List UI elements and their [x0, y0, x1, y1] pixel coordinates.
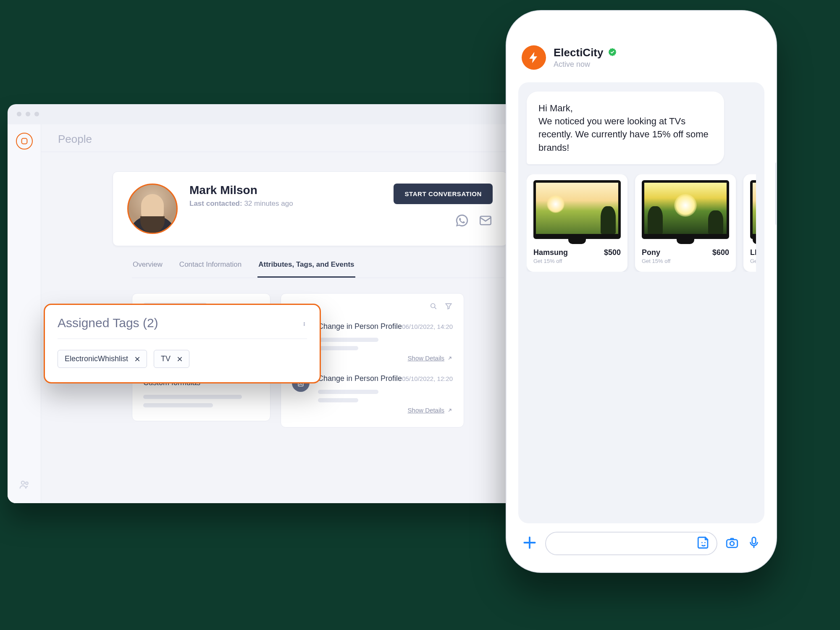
tag-chip[interactable]: TV — [154, 350, 189, 368]
tab-overview[interactable]: Overview — [132, 256, 163, 278]
left-nav-rail — [8, 124, 41, 503]
feed-event-name: Change in Person Profile — [318, 374, 402, 383]
phone-mockup: ElectiCity Active now Hi Mark, We notice… — [506, 10, 777, 573]
tag-chip[interactable]: ElectronicWhishlist — [58, 350, 147, 368]
svg-point-1 — [21, 481, 24, 484]
app-logo-icon[interactable] — [16, 133, 33, 150]
product-name: Pony — [642, 248, 660, 257]
contact-name: Mark Milson — [189, 184, 382, 197]
product-subtext: Get 15% off — [642, 258, 729, 264]
camera-icon[interactable] — [725, 536, 739, 551]
product-card[interactable]: Pony $600 Get 15% off — [635, 174, 736, 272]
start-conversation-button[interactable]: START CONVERSATION — [394, 184, 493, 204]
product-subtext: Get 15% off — [533, 258, 621, 264]
page-title: People — [41, 133, 524, 152]
assigned-tags-card: Assigned Tags (2) ··· ElectronicWhishlis… — [44, 304, 321, 383]
assigned-tags-title: Assigned Tags (2) — [58, 316, 158, 330]
content-area: Mark Milson Last contacted: 32 minutes a… — [41, 152, 524, 444]
svg-rect-0 — [21, 139, 27, 144]
search-icon[interactable] — [429, 302, 438, 312]
svg-point-4 — [431, 304, 435, 308]
brand-status: Active now — [554, 60, 617, 69]
remove-tag-icon[interactable] — [133, 355, 142, 363]
nav-item-placeholder[interactable] — [18, 186, 30, 198]
avatar[interactable] — [127, 184, 178, 234]
tab-attributes-tags-events[interactable]: Attributes, Tags, and Events — [257, 256, 355, 278]
sticker-icon[interactable] — [696, 536, 711, 551]
brand-logo-icon[interactable] — [522, 45, 546, 70]
window-traffic-lights — [17, 112, 39, 116]
product-subtext: Get 1 — [750, 258, 756, 264]
svg-point-10 — [704, 542, 706, 543]
show-details-link[interactable]: Show Details — [318, 407, 453, 414]
tab-contact-information[interactable]: Contact Information — [178, 256, 242, 278]
product-price: $500 — [604, 248, 621, 257]
product-carousel[interactable]: Hamsung $500 Get 15% off Pony $600 Get 1… — [527, 174, 756, 272]
show-details-link[interactable]: Show Details — [318, 354, 453, 362]
nav-item-placeholder[interactable] — [18, 211, 30, 223]
brand-name: ElectiCity — [554, 46, 604, 59]
product-price: $600 — [712, 248, 729, 257]
verified-badge-icon — [608, 47, 617, 58]
chat-header: ElectiCity Active now — [518, 44, 764, 82]
more-menu-icon[interactable]: ··· — [299, 321, 312, 325]
add-attachment-icon[interactable] — [522, 535, 538, 552]
profile-card: Mark Milson Last contacted: 32 minutes a… — [113, 171, 507, 246]
chat-input-bar — [518, 523, 764, 559]
tv-image — [642, 180, 729, 239]
tag-chip-label: TV — [161, 354, 171, 363]
svg-point-12 — [730, 541, 734, 546]
svg-rect-13 — [752, 537, 756, 544]
tv-image — [533, 180, 621, 239]
svg-point-2 — [25, 482, 28, 485]
nav-item-placeholder[interactable] — [18, 235, 30, 247]
product-card[interactable]: Hamsung $500 Get 15% off — [527, 174, 627, 272]
tag-chip-label: ElectronicWhishlist — [65, 354, 128, 363]
feed-event-name: Change in Person Profile — [318, 322, 402, 331]
microphone-icon[interactable] — [747, 536, 761, 551]
message-area[interactable]: Hi Mark, We noticed you were looking at … — [518, 82, 764, 523]
nav-item-people-icon[interactable] — [18, 479, 30, 491]
last-contacted: Last contacted: 32 minutes ago — [189, 200, 382, 208]
chat-message: Hi Mark, We noticed you were looking at … — [527, 92, 724, 164]
product-card[interactable]: LB Get 1 — [743, 174, 756, 272]
remove-tag-icon[interactable] — [176, 355, 184, 363]
svg-point-9 — [701, 542, 703, 543]
feed-event-date: 05/10/2022, 12:20 — [402, 375, 453, 382]
svg-rect-11 — [727, 540, 738, 547]
feed-event-date: 06/10/2022, 14:20 — [402, 323, 453, 330]
whatsapp-icon[interactable] — [455, 213, 469, 229]
profile-tabs: Overview Contact Information Attributes,… — [132, 256, 504, 278]
product-name: Hamsung — [533, 248, 568, 257]
nav-item-placeholder[interactable] — [18, 162, 30, 174]
message-input[interactable] — [545, 532, 717, 555]
product-name: LB — [750, 248, 756, 257]
tv-image — [750, 180, 756, 239]
email-icon[interactable] — [478, 213, 493, 229]
filter-icon[interactable] — [444, 302, 453, 312]
